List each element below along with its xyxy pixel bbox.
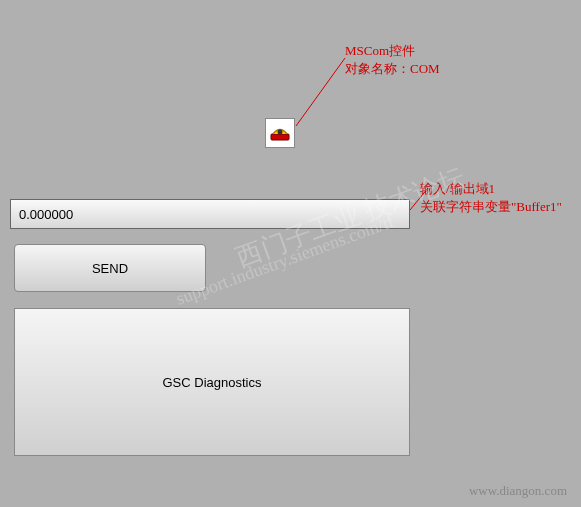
- annotation-text: 输入/输出域1: [420, 180, 562, 198]
- phone-icon: [268, 119, 292, 147]
- send-button[interactable]: SEND: [14, 244, 206, 292]
- io-field-1[interactable]: [10, 199, 410, 229]
- svg-point-3: [278, 130, 283, 135]
- mscom-control[interactable]: [265, 118, 295, 148]
- footer-watermark: www.diangon.com: [469, 483, 567, 499]
- annotation-mscom: MSCom控件 对象名称：COM: [345, 42, 440, 78]
- diagnostics-label: GSC Diagnostics: [163, 375, 262, 390]
- gsc-diagnostics-panel[interactable]: GSC Diagnostics: [14, 308, 410, 456]
- svg-rect-2: [271, 134, 289, 140]
- annotation-text: 对象名称：COM: [345, 60, 440, 78]
- annotation-text: MSCom控件: [345, 42, 440, 60]
- svg-line-0: [296, 58, 345, 126]
- annotation-io-field: 输入/输出域1 关联字符串变量"Buffer1": [420, 180, 562, 216]
- annotation-text: 关联字符串变量"Buffer1": [420, 198, 562, 216]
